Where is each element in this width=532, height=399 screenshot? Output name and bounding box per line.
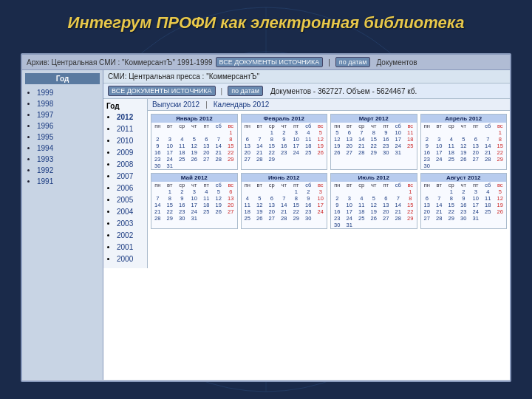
day-cell[interactable]: 29 <box>494 156 507 163</box>
day-cell[interactable]: 24 <box>344 215 356 222</box>
day-cell[interactable]: 6 <box>380 195 392 202</box>
day-cell[interactable]: 8 <box>290 195 303 202</box>
day-cell[interactable]: 18 <box>404 136 417 143</box>
day-cell[interactable]: 3 <box>290 129 303 136</box>
day-cell[interactable]: 24 <box>188 208 201 215</box>
day-cell[interactable]: 22 <box>446 208 458 215</box>
day-cell[interactable]: 8 <box>266 136 279 143</box>
day-cell[interactable]: 27 <box>380 215 392 222</box>
day-cell[interactable]: 4 <box>355 195 368 202</box>
day-cell[interactable]: 26 <box>457 156 470 163</box>
day-cell[interactable]: 6 <box>242 136 254 143</box>
day-cell[interactable]: 14 <box>253 143 266 149</box>
day-cell[interactable]: 20 <box>421 208 434 215</box>
day-cell[interactable]: 23 <box>331 215 344 222</box>
day-cell[interactable]: 25 <box>446 156 458 163</box>
day-cell[interactable]: 17 <box>290 143 303 149</box>
day-cell[interactable]: 11 <box>302 136 315 143</box>
day-cell[interactable]: 18 <box>302 143 315 149</box>
day-cell[interactable]: 17 <box>344 208 356 215</box>
day-cell[interactable]: 26 <box>253 215 266 222</box>
all-docs-button-top[interactable]: ВСЕ ДОКУМЕНТЫ ИСТОЧНИКА <box>216 57 324 67</box>
day-cell[interactable]: 21 <box>213 149 225 156</box>
day-cell[interactable]: 16 <box>151 149 164 156</box>
day-cell[interactable]: 30 <box>457 215 470 222</box>
day-cell[interactable]: 13 <box>421 202 434 208</box>
day-cell[interactable]: 3 <box>470 188 482 195</box>
day-cell[interactable]: 23 <box>421 156 434 163</box>
day-cell[interactable]: 29 <box>446 215 458 222</box>
day-cell[interactable]: 17 <box>164 149 177 156</box>
day-cell[interactable]: 30 <box>380 149 392 156</box>
day-cell[interactable]: 17 <box>470 202 482 208</box>
day-cell[interactable]: 27 <box>344 149 356 156</box>
day-cell[interactable]: 3 <box>188 188 201 195</box>
day-cell[interactable]: 6 <box>421 195 434 202</box>
tab-calendar[interactable]: Календарь 2012 <box>214 100 270 109</box>
day-cell[interactable]: 1 <box>290 188 303 195</box>
day-cell[interactable]: 14 <box>482 143 494 149</box>
day-cell[interactable]: 13 <box>266 202 279 208</box>
all-docs-button-main[interactable]: ВСЕ ДОКУМЕНТЫ ИСТОЧНИКА <box>108 86 216 96</box>
day-cell[interactable]: 22 <box>368 143 381 149</box>
day-cell[interactable]: 22 <box>494 149 507 156</box>
day-cell[interactable]: 26 <box>368 215 381 222</box>
day-cell[interactable]: 7 <box>482 136 494 143</box>
day-cell[interactable]: 12 <box>315 136 327 143</box>
day-cell[interactable]: 22 <box>404 208 417 215</box>
day-cell[interactable]: 23 <box>278 149 290 156</box>
day-cell[interactable]: 9 <box>457 195 470 202</box>
day-cell[interactable]: 2 <box>331 195 344 202</box>
day-cell[interactable]: 5 <box>213 188 225 195</box>
day-cell[interactable]: 18 <box>482 202 494 208</box>
day-cell[interactable]: 8 <box>164 195 177 202</box>
day-cell[interactable]: 28 <box>253 156 266 163</box>
day-cell[interactable]: 4 <box>242 195 254 202</box>
day-cell[interactable]: 8 <box>368 129 381 136</box>
day-cell[interactable]: 24 <box>392 143 405 149</box>
day-cell[interactable]: 11 <box>200 195 213 202</box>
day-cell[interactable]: 17 <box>188 202 201 208</box>
day-cell[interactable]: 24 <box>433 156 446 163</box>
day-cell[interactable]: 24 <box>164 156 177 163</box>
day-cell[interactable]: 22 <box>290 208 303 215</box>
day-cell[interactable]: 16 <box>380 136 392 143</box>
day-cell[interactable]: 27 <box>225 208 237 215</box>
day-cell[interactable]: 25 <box>482 208 494 215</box>
day-cell[interactable]: 4 <box>482 188 494 195</box>
day-cell[interactable]: 10 <box>188 195 201 202</box>
day-cell[interactable]: 16 <box>176 202 188 208</box>
day-cell[interactable]: 17 <box>433 149 446 156</box>
day-cell[interactable]: 31 <box>344 222 356 228</box>
day-cell[interactable]: 13 <box>380 202 392 208</box>
day-cell[interactable]: 4 <box>446 136 458 143</box>
day-cell[interactable]: 10 <box>433 143 446 149</box>
day-cell[interactable]: 13 <box>200 143 213 149</box>
day-cell[interactable]: 9 <box>380 129 392 136</box>
day-cell[interactable]: 6 <box>225 188 237 195</box>
day-cell[interactable]: 12 <box>188 143 201 149</box>
day-cell[interactable]: 10 <box>315 195 327 202</box>
day-cell[interactable]: 25 <box>176 156 188 163</box>
day-cell[interactable]: 15 <box>266 143 279 149</box>
day-cell[interactable]: 27 <box>266 215 279 222</box>
day-cell[interactable]: 22 <box>266 149 279 156</box>
day-cell[interactable]: 19 <box>494 202 507 208</box>
day-cell[interactable]: 26 <box>315 149 327 156</box>
day-cell[interactable]: 22 <box>225 149 237 156</box>
day-cell[interactable]: 29 <box>164 215 177 222</box>
day-cell[interactable]: 11 <box>242 202 254 208</box>
day-cell[interactable]: 10 <box>164 143 177 149</box>
day-cell[interactable]: 5 <box>331 129 344 136</box>
day-cell[interactable]: 13 <box>344 136 356 143</box>
day-cell[interactable]: 14 <box>355 136 368 143</box>
day-cell[interactable]: 14 <box>151 202 164 208</box>
day-cell[interactable]: 7 <box>392 195 405 202</box>
day-cell[interactable]: 21 <box>253 149 266 156</box>
day-cell[interactable]: 3 <box>315 188 327 195</box>
day-cell[interactable]: 22 <box>164 208 177 215</box>
day-cell[interactable]: 4 <box>176 136 188 143</box>
day-cell[interactable]: 12 <box>213 195 225 202</box>
day-cell[interactable]: 6 <box>266 195 279 202</box>
day-cell[interactable]: 13 <box>470 143 482 149</box>
